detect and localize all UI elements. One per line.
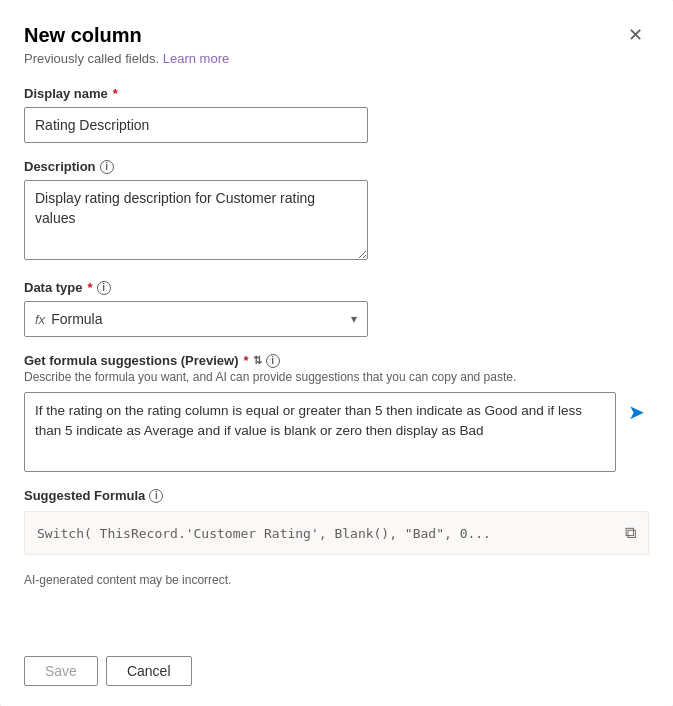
copy-formula-button[interactable]: ⧉ [621,520,640,546]
description-label: Description i [24,159,649,174]
fx-icon: fx [35,312,45,327]
dialog-subtitle: Previously called fields. Learn more [24,51,649,66]
suggested-formula-section: Suggested Formula i Switch( ThisRecord.'… [24,488,649,555]
close-button[interactable]: ✕ [622,24,649,46]
arrows-icon: ⇅ [253,355,262,366]
suggested-formula-text: Switch( ThisRecord.'Customer Rating', Bl… [37,526,491,541]
dialog-title: New column [24,24,142,47]
suggested-formula-label: Suggested Formula i [24,488,649,503]
dialog-footer: Save Cancel [24,648,649,686]
required-star-2: * [88,280,93,295]
new-column-dialog: New column ✕ Previously called fields. L… [0,0,673,706]
dialog-header: New column ✕ [24,24,649,47]
description-input[interactable]: Display rating description for Customer … [24,180,368,260]
formula-input[interactable]: If the rating on the rating column is eq… [24,392,616,472]
ai-notice: AI-generated content may be incorrect. [24,573,649,587]
send-formula-button[interactable]: ➤ [624,396,649,428]
required-star-3: * [244,353,249,368]
data-type-select[interactable]: fx Formula ▾ [24,301,368,337]
formula-suggestions-info-icon[interactable]: i [266,354,280,368]
learn-more-link[interactable]: Learn more [163,51,229,66]
chevron-down-icon: ▾ [351,312,357,326]
formula-suggestions-label: Get formula suggestions (Preview) * ⇅ i [24,353,649,368]
data-type-value: Formula [51,311,351,327]
suggested-formula-info-icon[interactable]: i [149,489,163,503]
formula-hint: Describe the formula you want, and AI ca… [24,370,649,384]
data-type-group: Data type * i fx Formula ▾ [24,280,649,337]
display-name-label: Display name * [24,86,649,101]
save-button[interactable]: Save [24,656,98,686]
suggested-formula-box: Switch( ThisRecord.'Customer Rating', Bl… [24,511,649,555]
display-name-group: Display name * [24,86,649,143]
description-info-icon[interactable]: i [100,160,114,174]
display-name-input[interactable] [24,107,368,143]
data-type-label: Data type * i [24,280,649,295]
description-group: Description i Display rating description… [24,159,649,264]
required-star: * [113,86,118,101]
data-type-info-icon[interactable]: i [97,281,111,295]
formula-suggestions-section: Get formula suggestions (Preview) * ⇅ i … [24,353,649,472]
cancel-button[interactable]: Cancel [106,656,192,686]
